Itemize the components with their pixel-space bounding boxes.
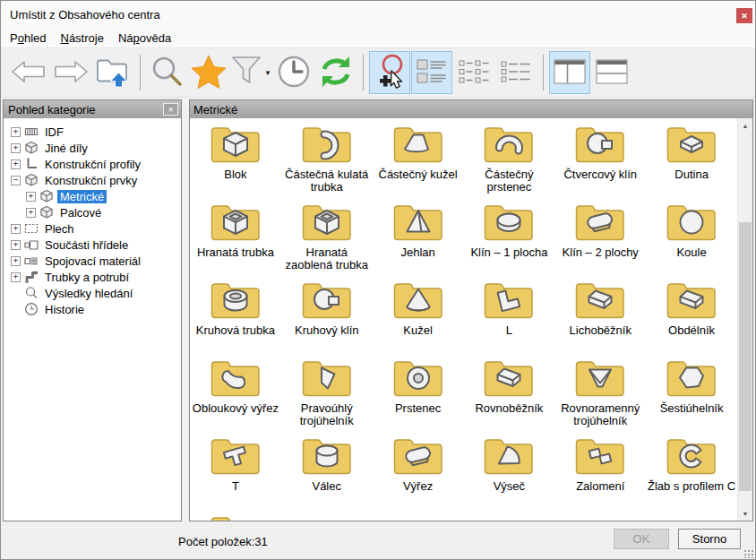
window-close-icon[interactable] — [736, 8, 752, 23]
tree-item-label[interactable]: Spojovací materiál — [42, 254, 143, 268]
vertical-scrollbar[interactable] — [737, 118, 752, 521]
tree-item-label[interactable]: Konstrukční profily — [42, 158, 143, 171]
tree-item-label[interactable]: IDF — [42, 125, 66, 139]
grid-item[interactable]: Jehlan — [373, 196, 464, 274]
search-button[interactable] — [146, 51, 187, 94]
grid-item[interactable]: Částečný kužel — [373, 118, 464, 196]
tree-item-label[interactable]: Trubky a potrubí — [42, 271, 132, 284]
folder-icon — [393, 435, 443, 478]
grid-item[interactable]: Rovnoramenný trojúhelník — [554, 352, 646, 430]
tree-item[interactable]: +IDF — [4, 124, 181, 140]
tree-item-label[interactable]: Plech — [42, 222, 77, 236]
grid-item[interactable]: Čtvercový klín — [554, 118, 646, 196]
grid-item[interactable]: Žlab s profilem C — [646, 430, 737, 508]
filter-button[interactable] — [230, 51, 272, 94]
tree-item[interactable]: +Konstrukční profily — [4, 156, 181, 172]
grid-item-partial[interactable] — [190, 508, 281, 521]
tree-item-label[interactable]: Historie — [42, 303, 87, 316]
tree-item-label[interactable]: Jiné díly — [42, 142, 90, 155]
expand-icon[interactable]: + — [11, 143, 21, 153]
ok-button[interactable]: OK — [614, 529, 669, 549]
grid-item[interactable]: Blok — [190, 118, 281, 196]
grid-item[interactable]: L — [464, 274, 555, 352]
expand-icon[interactable]: + — [11, 272, 21, 282]
tree-item[interactable]: Historie — [4, 301, 181, 317]
scrollbar-thumb[interactable] — [739, 222, 752, 491]
expand-icon[interactable]: + — [11, 256, 21, 266]
folder-icon — [210, 123, 261, 167]
menu-item-napoveda[interactable]: Nápověda — [111, 30, 178, 47]
grid-item[interactable]: T — [190, 430, 281, 508]
grid-item[interactable]: Obdélník — [646, 274, 737, 352]
history-button[interactable] — [273, 51, 314, 94]
grid-item[interactable]: Výseč — [464, 430, 555, 508]
expand-icon[interactable]: + — [11, 127, 21, 137]
expand-icon[interactable]: + — [11, 224, 21, 234]
place-tool-button[interactable] — [369, 51, 410, 94]
grid-item-label: Blok — [224, 168, 246, 181]
grid-item-label: Výseč — [494, 480, 525, 493]
grid-item[interactable]: Obloukový výřez — [190, 352, 281, 430]
tree-item-label[interactable]: Konstrukční prvky — [42, 174, 140, 187]
dropdown-caret-icon[interactable] — [264, 69, 271, 77]
tree-item[interactable]: +Spojovací materiál — [4, 253, 181, 269]
back-button[interactable] — [8, 51, 49, 94]
grid-item[interactable]: Klín – 1 plocha — [464, 196, 555, 274]
grid-item[interactable]: Kruhová trubka — [190, 274, 281, 352]
collapse-icon[interactable]: − — [11, 176, 21, 185]
grid-item[interactable]: Lichoběžník — [554, 274, 646, 352]
forward-button[interactable] — [50, 51, 91, 94]
resize-grip[interactable] — [743, 548, 753, 558]
grid-item[interactable]: Výřez — [373, 430, 464, 508]
grid-item[interactable]: Kruhový klín — [281, 274, 373, 352]
tree-item[interactable]: +Součásti hřídele — [4, 237, 181, 253]
tree-item[interactable]: Výsledky hledání — [4, 285, 181, 301]
grid-item[interactable]: Válec — [281, 430, 373, 508]
grid-item[interactable]: Šestiúhelník — [646, 352, 737, 430]
grid-item[interactable]: Hranatá trubka — [190, 196, 281, 274]
tree-item[interactable]: −Konstrukční prvky — [4, 172, 181, 188]
grid-item[interactable]: Pravoúhlý trojúhelník — [281, 352, 373, 430]
scroll-down-icon[interactable] — [738, 506, 752, 521]
tree-item-label[interactable]: Metrické — [57, 190, 107, 203]
folder-up-button[interactable] — [92, 51, 133, 94]
expand-icon[interactable]: + — [26, 208, 36, 218]
grid-item-label: Výřez — [403, 480, 433, 493]
menu-item-nastroje[interactable]: Nástroje — [53, 30, 110, 47]
split-horizontal-button[interactable] — [591, 51, 632, 94]
grid-item[interactable]: Hranatá zaoblená trubka — [281, 196, 373, 274]
grid-item[interactable]: Částečný prstenec — [464, 118, 555, 196]
tree-item[interactable]: +Metrické — [4, 188, 181, 204]
tree-item-label[interactable]: Součásti hřídele — [42, 238, 131, 252]
favorites-button[interactable] — [188, 51, 229, 94]
tree-item[interactable]: +Trubky a potrubí — [4, 269, 181, 285]
grid-item[interactable]: Zalomení — [554, 430, 646, 508]
view-small-icons-button[interactable] — [453, 51, 494, 94]
view-list-button[interactable] — [495, 51, 537, 94]
grid-item[interactable]: Rovnoběžník — [464, 352, 555, 430]
refresh-button[interactable] — [315, 51, 357, 94]
tree-item[interactable]: +Plech — [4, 220, 181, 237]
menu-item-pohled[interactable]: Pohled — [3, 30, 53, 47]
grid-item[interactable]: Dutina — [646, 118, 737, 196]
split-vertical-button[interactable] — [549, 51, 590, 94]
expand-icon[interactable]: + — [11, 240, 21, 250]
grid-item[interactable]: Kužel — [373, 274, 464, 352]
scroll-up-icon[interactable] — [738, 118, 752, 133]
view-detail-button[interactable] — [411, 51, 452, 94]
expand-icon[interactable]: + — [26, 192, 36, 202]
tree-item[interactable]: +Palcové — [4, 204, 181, 220]
cancel-button[interactable]: Storno — [678, 529, 741, 549]
scrollbar-track[interactable] — [738, 133, 752, 506]
tree-item-label[interactable]: Výsledky hledání — [42, 287, 135, 300]
tree-item-label[interactable]: Palcové — [57, 206, 104, 220]
grid-item[interactable]: Prstenec — [373, 352, 464, 430]
tree-item[interactable]: +Jiné díly — [4, 140, 181, 156]
folder-icon — [666, 123, 717, 167]
grid-item[interactable]: Koule — [646, 196, 737, 274]
panel-close-icon[interactable] — [163, 103, 178, 116]
grid-item[interactable]: Částečná kulatá trubka — [281, 118, 373, 196]
grid-item[interactable]: Klín – 2 plochy — [554, 196, 646, 274]
expand-icon[interactable]: + — [11, 159, 21, 169]
refresh-icon — [317, 55, 355, 91]
